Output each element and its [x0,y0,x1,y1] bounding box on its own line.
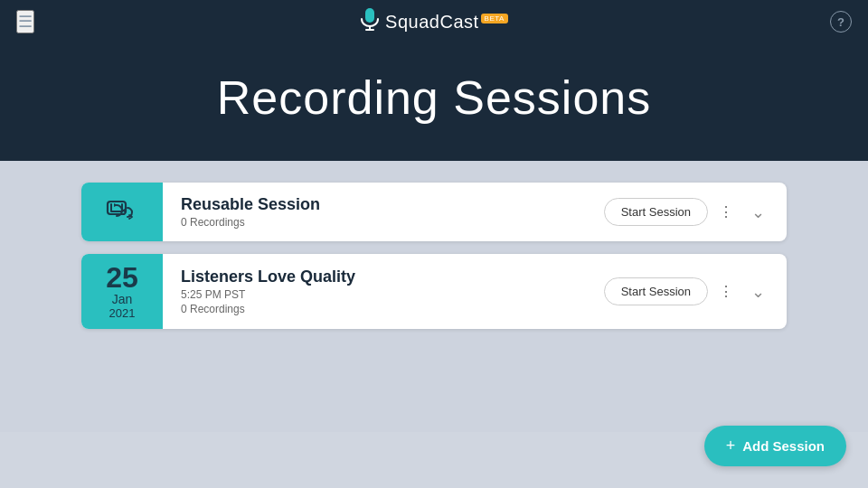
session-time: 5:25 PM PST [181,288,586,301]
page-title-area: Recording Sessions [0,43,868,161]
microphone-icon [360,6,380,37]
expand-button-scheduled[interactable]: ⌄ [744,278,772,305]
add-session-button[interactable]: + Add Session [704,426,846,466]
start-session-button-scheduled[interactable]: Start Session [604,277,708,305]
session-reusable-icon-box [81,183,163,241]
svg-marker-4 [114,203,118,207]
add-session-area: + Add Session [704,426,846,466]
session-info-scheduled: Listeners Love Quality 5:25 PM PST 0 Rec… [163,255,604,328]
sessions-list: Reusable Session 0 Recordings Start Sess… [0,161,868,432]
session-card-scheduled: 25 Jan 2021 Listeners Love Quality 5:25 … [81,254,787,329]
session-recordings-reusable: 0 Recordings [181,216,586,229]
session-card-reusable: Reusable Session 0 Recordings Start Sess… [81,183,787,241]
help-icon[interactable]: ? [830,11,852,33]
session-recordings-scheduled: 0 Recordings [181,303,586,315]
session-date-day: 25 [106,263,138,292]
add-session-label: Add Session [742,438,825,454]
session-date-month: Jan [112,292,133,306]
session-actions-scheduled: Start Session ⋮ ⌄ [604,277,787,305]
session-name-scheduled: Listeners Love Quality [181,267,586,286]
add-plus-icon: + [726,436,736,455]
reusable-session-icon [102,192,142,232]
menu-icon[interactable]: ☰ [16,10,34,33]
session-date-year: 2021 [109,306,136,320]
more-options-button-reusable[interactable]: ⋮ [713,200,739,224]
svg-rect-0 [365,8,374,23]
session-info-reusable: Reusable Session 0 Recordings [163,183,604,241]
logo-text: SquadCastBETA [385,12,508,33]
more-options-button-scheduled[interactable]: ⋮ [713,279,739,304]
page-title: Recording Sessions [0,70,868,125]
app-header: ☰ SquadCastBETA ? [0,0,868,43]
app-logo: SquadCastBETA [360,6,508,37]
session-name-reusable: Reusable Session [181,195,586,214]
expand-button-reusable[interactable]: ⌄ [744,199,772,226]
beta-badge: BETA [481,14,508,23]
start-session-button-reusable[interactable]: Start Session [604,198,708,226]
session-actions-reusable: Start Session ⋮ ⌄ [604,198,787,226]
session-date-box: 25 Jan 2021 [81,254,163,329]
